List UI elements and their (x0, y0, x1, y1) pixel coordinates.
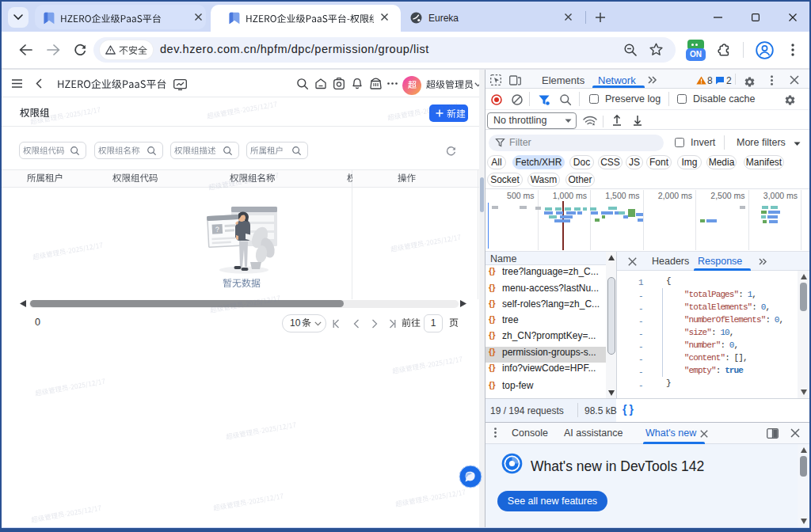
svg-text:?: ? (215, 226, 220, 234)
